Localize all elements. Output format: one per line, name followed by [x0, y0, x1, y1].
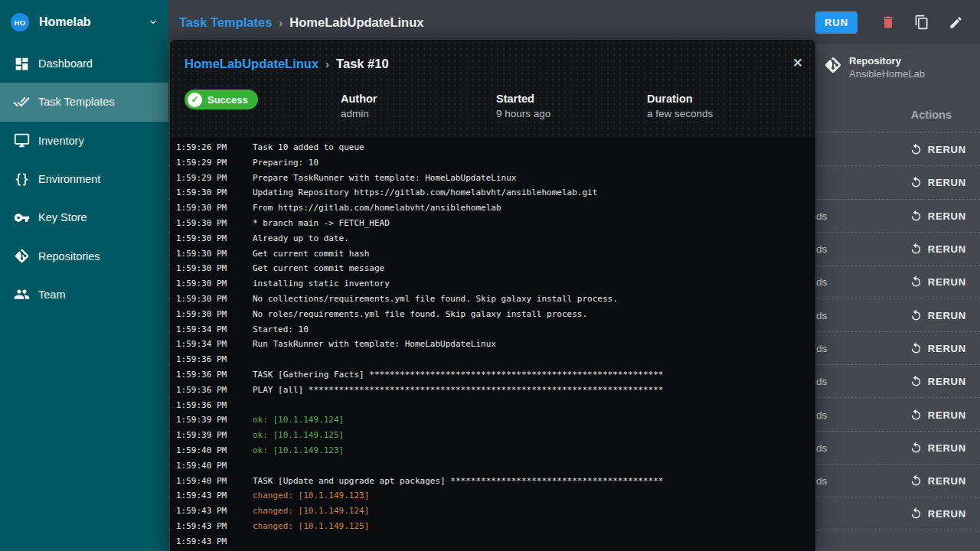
project-switcher[interactable]: HO Homelab — [0, 0, 168, 44]
dialog-breadcrumb-separator: › — [325, 57, 329, 70]
log-line: 1:59:34 PM Run TaskRunner with template:… — [176, 337, 815, 352]
rerun-button[interactable]: RERUN — [905, 503, 971, 523]
log-text: changed: [10.1.149.123] — [253, 488, 369, 504]
sidebar-item-environment[interactable]: Environment — [0, 160, 168, 198]
sidebar-item-team[interactable]: Team — [0, 276, 168, 314]
rerun-label: RERUN — [928, 376, 966, 387]
check-all-icon — [12, 93, 31, 111]
rerun-button[interactable]: RERUN — [905, 371, 971, 392]
log-line: 1:59:43 PM — [176, 534, 815, 549]
console-log[interactable]: 1:59:26 PM Task 10 added to queue 1:59:2… — [170, 138, 815, 551]
repository-text: Repository AnsibleHomeLab — [849, 54, 925, 80]
log-line: 1:59:29 PM Preparing: 10 — [176, 155, 815, 171]
actions-column-header: Actions — [911, 109, 952, 121]
log-timestamp: 1:59:34 PM — [176, 322, 253, 337]
log-line: 1:59:30 PM Already up to date. — [176, 231, 815, 246]
breadcrumb-parent-link[interactable]: Task Templates — [179, 15, 272, 30]
sidebar-item-dashboard[interactable]: Dashboard — [0, 44, 168, 83]
run-button[interactable]: RUN — [815, 11, 858, 34]
rerun-label: RERUN — [928, 276, 966, 288]
sidebar-item-label: Task Templates — [38, 96, 115, 108]
log-line: 1:59:36 PM — [176, 352, 815, 367]
log-line: 1:59:36 PM — [176, 398, 815, 413]
code-braces-icon — [12, 170, 31, 188]
sidebar-item-label: Inventory — [38, 135, 84, 147]
copy-button[interactable] — [908, 8, 936, 36]
log-text: PLAY [all] *****************************… — [253, 383, 663, 398]
log-line: 1:59:43 PM changed: [10.1.149.123] — [176, 488, 815, 504]
log-timestamp: 1:59:40 PM — [176, 458, 253, 474]
log-timestamp: 1:59:43 PM — [176, 488, 253, 504]
replay-icon — [910, 209, 923, 222]
log-text: Started: 10 — [253, 322, 309, 337]
rerun-button[interactable]: RERUN — [905, 305, 971, 325]
project-name: Homelab — [39, 15, 149, 29]
chevron-down-icon — [149, 18, 158, 27]
template-link[interactable]: HomeLabUpdateLinux — [185, 57, 318, 71]
rerun-button[interactable]: RERUN — [905, 239, 971, 259]
check-circle-icon: ✓ — [188, 93, 202, 107]
repository-value: AnsibleHomeLab — [849, 67, 925, 80]
rerun-button[interactable]: RERUN — [905, 337, 971, 358]
log-line: 1:59:43 PM changed: [10.1.149.125] — [176, 519, 815, 534]
replay-icon — [910, 276, 923, 289]
replay-icon — [910, 441, 923, 454]
log-timestamp: 1:59:30 PM — [176, 216, 253, 231]
log-text: Run TaskRunner with template: HomeLabUpd… — [253, 337, 496, 352]
duration-cell-fragment: ds — [816, 210, 827, 221]
rerun-label: RERUN — [928, 342, 966, 354]
monitor-icon — [12, 132, 31, 150]
log-line: 1:59:39 PM ok: [10.1.149.124] — [176, 412, 815, 428]
close-icon[interactable]: ✕ — [792, 57, 803, 70]
rerun-label: RERUN — [928, 210, 966, 221]
log-line: 1:59:36 PM PLAY [all] ******************… — [176, 383, 815, 398]
rerun-button[interactable]: RERUN — [905, 471, 971, 491]
rerun-button[interactable]: RERUN — [905, 272, 971, 292]
duration-cell-fragment: ds — [816, 442, 827, 453]
log-timestamp: 1:59:30 PM — [176, 231, 253, 246]
log-timestamp: 1:59:39 PM — [176, 412, 253, 428]
rerun-label: RERUN — [928, 475, 966, 487]
rerun-button[interactable]: RERUN — [905, 437, 971, 458]
log-timestamp: 1:59:30 PM — [176, 201, 253, 216]
sidebar-item-repositories[interactable]: Repositories — [0, 236, 168, 275]
rerun-label: RERUN — [928, 177, 966, 188]
rerun-button[interactable]: RERUN — [905, 404, 971, 425]
log-text: installing static inventory — [253, 276, 390, 292]
repository-info: Repository AnsibleHomeLab — [824, 54, 925, 80]
meta-duration: Duration a few seconds — [647, 92, 713, 121]
rerun-button[interactable]: RERUN — [905, 205, 971, 226]
log-timestamp: 1:59:36 PM — [176, 383, 253, 398]
sidebar-item-task-templates[interactable]: Task Templates — [0, 83, 168, 121]
sidebar-item-label: Dashboard — [38, 57, 93, 70]
rerun-label: RERUN — [928, 442, 966, 453]
log-line: 1:59:40 PM ok: [10.1.149.123] — [176, 443, 815, 458]
log-line: 1:59:43 PM changed: [10.1.149.124] — [176, 504, 815, 519]
repository-icon — [824, 56, 842, 74]
log-text: Get current commit hash — [253, 246, 369, 262]
copy-icon — [914, 15, 929, 30]
meta-author: Author admin — [341, 92, 377, 121]
edit-button[interactable] — [942, 8, 969, 36]
log-line: 1:59:26 PM Task 10 added to queue — [176, 140, 815, 155]
log-timestamp: 1:59:39 PM — [176, 428, 253, 443]
duration-cell-fragment: ds — [816, 376, 827, 387]
breadcrumb-current: HomeLabUpdateLinux — [289, 15, 423, 30]
app-window: HO Homelab Dashboard Task Templates Inve… — [0, 0, 980, 551]
git-icon — [12, 247, 31, 266]
log-timestamp: 1:59:30 PM — [176, 307, 253, 322]
log-text: Prepare TaskRunner with template: HomeLa… — [253, 171, 516, 186]
log-line: 1:59:40 PM TASK [Update and upgrade apt … — [176, 474, 815, 489]
duration-cell-fragment: ds — [816, 409, 827, 420]
delete-button[interactable] — [874, 8, 902, 36]
breadcrumb-separator: › — [279, 16, 283, 29]
rerun-button[interactable]: RERUN — [905, 139, 971, 160]
sidebar-item-key-store[interactable]: Key Store — [0, 198, 168, 236]
sidebar-item-inventory[interactable]: Inventory — [0, 122, 168, 160]
rerun-button[interactable]: RERUN — [905, 172, 971, 193]
log-line: 1:59:30 PM No collections/requirements.y… — [176, 292, 815, 307]
topbar: Task Templates › HomeLabUpdateLinux RUN — [168, 0, 980, 44]
log-line: 1:59:36 PM TASK [Gathering Facts] ******… — [176, 367, 815, 383]
duration-cell-fragment: ds — [816, 309, 827, 321]
log-timestamp: 1:59:40 PM — [176, 474, 253, 489]
